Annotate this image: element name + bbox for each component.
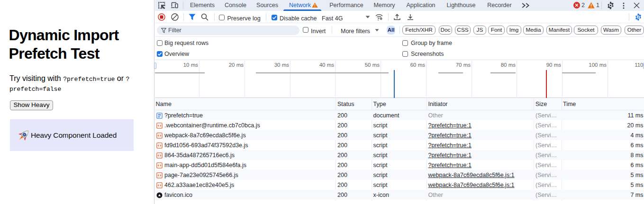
svg-text:1: 1 <box>378 18 379 21</box>
